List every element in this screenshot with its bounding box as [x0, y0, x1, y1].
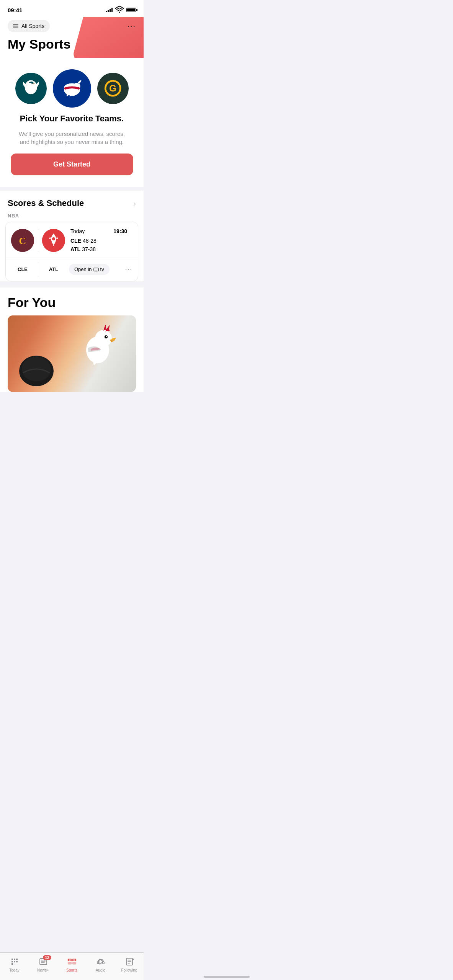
league-label: NBA — [0, 211, 144, 222]
bills-icon — [59, 75, 85, 102]
more-options-button[interactable]: ··· — [127, 22, 136, 31]
svg-point-21 — [106, 336, 107, 337]
bills-logo — [53, 69, 91, 108]
svg-text:C: C — [19, 235, 26, 247]
hawks-icon — [42, 229, 65, 252]
teams-section: G Pick Your Favorite Teams. We'll give y… — [0, 58, 144, 187]
svg-rect-6 — [73, 93, 74, 96]
team2-name-label: ATL — [42, 266, 65, 272]
news-card-image — [8, 315, 136, 392]
teams-display: C — [11, 227, 65, 254]
for-you-section: For You — [0, 287, 144, 392]
signal-icon — [106, 8, 113, 12]
team2-abbr: ATL — [70, 246, 80, 252]
svg-text:G: G — [109, 83, 116, 93]
svg-point-0 — [119, 12, 120, 13]
teams-divider — [38, 229, 38, 252]
footer-divider — [38, 262, 38, 277]
status-time: 09:41 — [8, 7, 22, 13]
all-sports-button[interactable]: All Sports — [8, 20, 50, 32]
packers-icon: G — [102, 77, 124, 99]
team2-record: 37-38 — [82, 246, 96, 252]
scores-section: Scores & Schedule › NBA C — [0, 191, 144, 281]
helmet-object — [15, 350, 57, 388]
game-card-header: C — [6, 222, 138, 258]
svg-rect-4 — [67, 93, 68, 96]
pick-teams-desc: We'll give you personalized news, scores… — [15, 130, 129, 146]
all-sports-label: All Sports — [21, 23, 44, 29]
open-in-tv-label: Open in — [74, 266, 92, 272]
scores-title: Scores & Schedule — [8, 198, 84, 208]
svg-rect-15 — [95, 271, 97, 271]
scores-header: Scores & Schedule › — [0, 191, 144, 211]
svg-rect-14 — [94, 268, 98, 271]
game-date: Today — [70, 228, 85, 234]
eagles-icon — [20, 77, 42, 99]
status-bar: 09:41 — [0, 0, 144, 17]
pick-teams-title: Pick Your Favorite Teams. — [20, 114, 124, 124]
game-card: C — [5, 222, 138, 281]
team1-abbr: CLE — [70, 238, 81, 244]
cavaliers-logo: C — [11, 229, 34, 252]
svg-point-19 — [95, 330, 112, 347]
team1-name-label: CLE — [11, 266, 34, 272]
game-info: Today 19:30 CLE48-28 ATL37-38 — [65, 227, 132, 254]
battery-icon — [126, 8, 136, 12]
cardinals-bird — [75, 323, 121, 373]
hamburger-icon — [13, 24, 18, 28]
wifi-icon — [115, 5, 124, 15]
header-top: All Sports ··· — [8, 20, 136, 32]
team1-record: 48-28 — [83, 238, 96, 244]
for-you-title: For You — [8, 295, 136, 310]
svg-point-13 — [52, 237, 55, 240]
scores-chevron-icon[interactable]: › — [133, 199, 136, 208]
packers-logo: G — [97, 73, 129, 104]
open-in-tv-button[interactable]: Open in tv — [69, 264, 110, 275]
cavaliers-icon: C — [11, 229, 34, 252]
game-time: 19:30 — [113, 228, 127, 234]
get-started-button[interactable]: Get Started — [11, 154, 133, 175]
news-card[interactable] — [8, 315, 136, 392]
header: All Sports ··· My Sports — [0, 17, 144, 58]
page-title: My Sports — [8, 37, 136, 52]
status-icons — [106, 5, 136, 15]
apple-tv-icon — [93, 268, 99, 271]
game-card-footer: CLE ATL Open in tv ··· — [6, 258, 138, 281]
game-more-button[interactable]: ··· — [125, 266, 132, 273]
svg-point-2 — [31, 82, 33, 83]
eagles-logo — [15, 73, 47, 104]
hawks-logo — [42, 229, 65, 252]
tv-text: tv — [100, 266, 104, 272]
team-records: CLE48-28 ATL37-38 — [70, 237, 127, 254]
svg-rect-5 — [70, 93, 71, 96]
team-logos: G — [15, 69, 129, 108]
game-date-row: Today 19:30 — [70, 228, 127, 234]
